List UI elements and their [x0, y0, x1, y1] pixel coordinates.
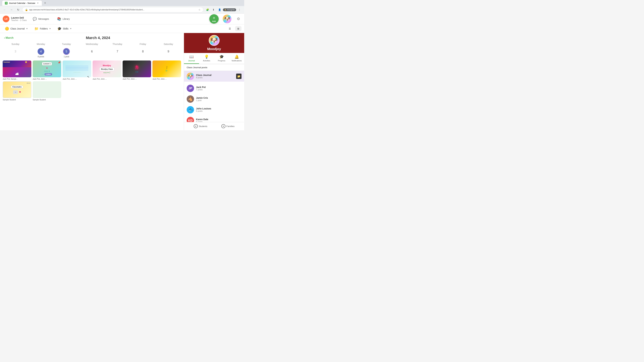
- calendar-day-6[interactable]: 6: [79, 48, 105, 55]
- grid-view-btn[interactable]: ⊞: [235, 26, 242, 31]
- moodjoy-title: Moodjoy: [207, 47, 221, 51]
- families-label: Families: [226, 125, 234, 128]
- omnibar-row: ← → ↻ 🔒 app.seesaw.me/#/class/class.e01b…: [0, 6, 244, 13]
- list-item[interactable]: ∫ S~ Jack Pot, John ...: [152, 60, 181, 80]
- list-item[interactable]: Classmates → ♥ dents Sample Student: [3, 81, 31, 101]
- new-tab-button[interactable]: +: [43, 1, 48, 5]
- post-label-3: Jack Pot, John ...: [62, 78, 91, 80]
- student-item-jc[interactable]: 🐴 Jamie Cris 1 post: [184, 94, 244, 104]
- post-thumb-inner-4: Moodjoy Moodjoy Class moo ♥ C: [92, 60, 121, 77]
- post-thumb-inner-7: Classmates → ♥: [3, 82, 31, 98]
- avatar-jamie-cris: 🐴: [187, 95, 194, 103]
- list-item[interactable]: ~ ~ ~ ~ ~ Jack Pot, John ...: [62, 60, 91, 80]
- pin-icon: 📌: [58, 61, 60, 64]
- back-button[interactable]: ←: [2, 7, 8, 12]
- month-nav-arrow: ‹: [4, 36, 5, 39]
- download-icon[interactable]: ⬇: [211, 7, 216, 12]
- refresh-button[interactable]: ↻: [16, 7, 21, 12]
- students-label: Students: [199, 125, 207, 128]
- post-label-1: Jack Pot, Sampl...: [3, 78, 31, 80]
- library-nav[interactable]: 📚 Library: [55, 15, 72, 22]
- student-posts-kd: 5 posts: [196, 121, 242, 122]
- activities-tab-label: Activities: [203, 60, 210, 62]
- student-posts-jp: 7 posts: [196, 88, 242, 91]
- calendar-day-9[interactable]: 9: [156, 48, 181, 55]
- student-info-kd: Karen Dale 5 posts: [196, 118, 242, 122]
- day-number-4: 4: [38, 48, 44, 55]
- lesson-box: Lesson 1: [42, 62, 52, 65]
- settings-icon[interactable]: ⚙: [236, 15, 242, 22]
- folder-icon[interactable]: 📁: [236, 73, 242, 79]
- list-view-btn[interactable]: ☰: [226, 26, 233, 31]
- calendar-day-3[interactable]: 3: [3, 48, 28, 55]
- post-thumbnail-3: ~ ~ ~ ~ ~: [62, 60, 91, 77]
- post-label-5: Jack Pot, John ...: [122, 78, 151, 80]
- forward-button[interactable]: →: [9, 7, 14, 12]
- post-thumbnail-5: ℏ ✦ ✦: [122, 60, 151, 77]
- progress-icon: 🎓: [219, 55, 224, 59]
- day-number-7: 7: [114, 48, 121, 55]
- messages-nav[interactable]: 💬 Messages: [31, 15, 51, 22]
- calendar-day-8[interactable]: 8: [130, 48, 156, 55]
- day-label-tuesday: Tuesday: [54, 43, 79, 45]
- day-4-posts: 8 posts: [38, 55, 44, 58]
- tab-favicon: S: [5, 2, 8, 4]
- library-icon: 📚: [57, 17, 61, 21]
- day-5-posts: 1 post: [64, 55, 69, 58]
- active-tab[interactable]: S Journal Calendar - Seesaw ✕: [2, 0, 42, 6]
- class-journal-selector[interactable]: 🟡 Class Journal ▼: [3, 25, 30, 32]
- menu-icon[interactable]: ⋮: [237, 7, 242, 12]
- student-item-jp[interactable]: JP Jack Pot 7 posts: [184, 83, 244, 94]
- folders-selector[interactable]: 📁 Folders ▼: [32, 25, 53, 32]
- tab-activities[interactable]: 💡 Activities: [199, 53, 214, 64]
- calendar-area: ‹ March March 4, 2024 Sunday Monday Tues…: [0, 33, 184, 130]
- add-students-icon: +: [194, 124, 198, 128]
- post-label-row2-2: Sample Student: [33, 99, 62, 101]
- browser-chrome: S Journal Calendar - Seesaw ✕ + ← → ↻ 🔒 …: [0, 0, 244, 13]
- tab-journal[interactable]: 📖 Journal: [184, 53, 199, 64]
- main-content: ‹ March March 4, 2024 Sunday Monday Tues…: [0, 33, 244, 130]
- list-item[interactable]: Lesson 1 ♥ moo ♥ → Listen 📌 Jack Pot, Jo…: [33, 60, 62, 80]
- right-panel: 🐶 Moodjoy 📖 Journal 💡 Activities 🎓 Progr…: [184, 33, 244, 130]
- right-tabs: 📖 Journal 💡 Activities 🎓 Progress 🔔 Noti…: [184, 53, 244, 64]
- avatar[interactable]: LD: [3, 15, 10, 22]
- student-item-kd[interactable]: KD Karen Dale 5 posts: [184, 115, 244, 122]
- messages-label: Messages: [38, 17, 49, 20]
- address-bar[interactable]: 🔒 app.seesaw.me/#/class/class.e01bf4c2-9…: [22, 7, 204, 12]
- class-journal-item[interactable]: 🐶 Class Journal 9 posts 📁: [184, 71, 244, 82]
- add-button[interactable]: + Add: [209, 14, 219, 24]
- list-item[interactable]: Summer ⭐ 🏙 Jack Pot, Sampl...: [3, 60, 31, 80]
- students-action[interactable]: + Students: [194, 124, 207, 128]
- post-thumbnail-6: ∫ S~: [152, 60, 181, 77]
- profile-icon[interactable]: 👤: [217, 7, 222, 12]
- class-journal-posts: 9 posts: [196, 76, 234, 79]
- student-name-jp: Jack Pot: [196, 86, 242, 88]
- skills-selector[interactable]: 🎓 Skills ▼: [55, 25, 74, 32]
- user-info: LD Lauren Deli Teacher - 1 Class: [3, 15, 27, 22]
- moodjoy-icon: 🐶: [223, 14, 232, 23]
- post-thumbnail-4: Moodjoy Moodjoy Class moo ♥ C: [92, 60, 121, 77]
- student-item-jl[interactable]: 🐟 John Louises 6 posts: [184, 104, 244, 115]
- tab-notifications[interactable]: 🔔 Notifications: [229, 53, 244, 64]
- student-posts-jc: 1 post: [196, 99, 242, 102]
- post-thumbnail-2: Lesson 1 ♥ moo ♥ → Listen 📌: [33, 60, 62, 77]
- list-item[interactable]: Moodjoy Moodjoy Class moo ♥ C Jack Pot, …: [92, 60, 121, 80]
- classmates-button[interactable]: Classmates: [11, 85, 23, 88]
- tab-progress[interactable]: 🎓 Progress: [214, 53, 229, 64]
- tab-close-button[interactable]: ✕: [36, 2, 39, 4]
- tab-bar: S Journal Calendar - Seesaw ✕ +: [0, 0, 244, 6]
- month-nav-button[interactable]: ‹ March: [4, 36, 14, 39]
- day-label-thursday: Thursday: [105, 43, 130, 45]
- calendar-day-4[interactable]: 4 8 posts: [28, 48, 54, 58]
- moodjoy-class-box: Moodjoy Class: [100, 67, 114, 71]
- calendar-day-5[interactable]: 5 1 post: [54, 48, 79, 58]
- list-item[interactable]: Sample Student: [33, 81, 62, 101]
- moodjoy-avatar[interactable]: 🐶: [223, 14, 232, 23]
- listen-button[interactable]: Listen: [44, 73, 52, 76]
- extensions-icon[interactable]: 🧩: [205, 7, 210, 12]
- list-item[interactable]: ℏ ✦ ✦ Jack Pot, John ...: [122, 60, 151, 80]
- calendar-day-7[interactable]: 7: [105, 48, 130, 55]
- families-action[interactable]: + Families: [221, 124, 234, 128]
- bookmark-icon[interactable]: ☆: [198, 8, 200, 11]
- day-number-6: 6: [88, 48, 95, 55]
